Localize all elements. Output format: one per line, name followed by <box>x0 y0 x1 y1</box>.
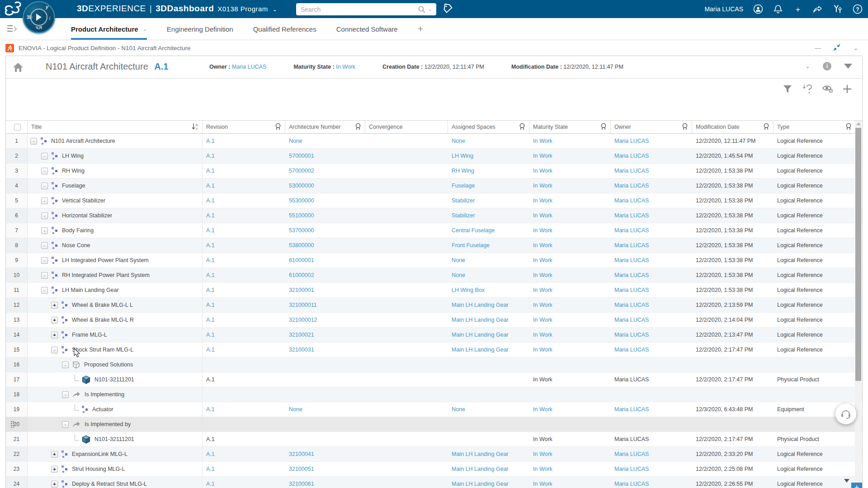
revision-cell[interactable]: A.1 <box>203 477 285 488</box>
panel-toggle-icon[interactable] <box>6 24 17 33</box>
architecture-number-cell[interactable]: 32100001 <box>285 283 365 297</box>
table-row[interactable]: 9-LH Integrated Power Plant SystemA.1610… <box>6 253 862 268</box>
owner-cell[interactable]: Maria LUCAS <box>611 238 692 253</box>
column-header-convergence[interactable]: Convergence <box>365 121 448 133</box>
revision-cell[interactable]: A.1 <box>203 402 285 417</box>
maturity-state-cell[interactable]: In Work <box>529 447 611 461</box>
home-icon[interactable] <box>12 61 24 73</box>
architecture-number-cell[interactable]: 61000002 <box>285 268 365 282</box>
table-row[interactable]: 2-LH WingA.157000001LH WingIn WorkMaria … <box>6 149 862 164</box>
maturity-link[interactable]: In Work <box>336 64 355 70</box>
owner-cell[interactable]: Maria LUCAS <box>611 298 692 312</box>
column-filter-icon[interactable] <box>682 123 688 131</box>
row-title[interactable]: Horizontal Stabilizer <box>62 212 112 219</box>
row-title[interactable]: RH Integrated Power Plant System <box>62 272 150 278</box>
owner-cell[interactable]: Maria LUCAS <box>611 164 692 178</box>
column-filter-icon[interactable] <box>275 123 281 131</box>
notifications-bell-icon[interactable] <box>773 4 783 14</box>
architecture-number-cell[interactable]: 321000011 <box>285 298 365 312</box>
column-header-architecture-number[interactable]: Architecture Number <box>285 121 365 133</box>
tab-engineering-definition[interactable]: Engineering Definition <box>167 18 233 40</box>
row-title[interactable]: Strut Housing MLG-L <box>72 466 125 472</box>
collapse-icon[interactable]: - <box>30 138 37 145</box>
revision-cell[interactable]: A.1 <box>203 208 285 223</box>
view-settings-eye-icon[interactable] <box>822 84 832 94</box>
maturity-state-cell[interactable]: In Work <box>529 283 611 297</box>
expand-icon[interactable]: + <box>51 317 58 324</box>
expand-triangle-icon[interactable] <box>844 64 852 69</box>
revision-cell[interactable]: A.1 <box>203 268 285 282</box>
row-title[interactable]: RH Wing <box>62 168 85 174</box>
brand-context[interactable]: X0138 Program <box>217 5 268 13</box>
expand-icon[interactable]: + <box>51 332 58 338</box>
compass-play-icon[interactable] <box>36 14 42 21</box>
owner-cell[interactable]: Maria LUCAS <box>611 447 692 461</box>
owner-link[interactable]: Maria LUCAS <box>232 64 266 70</box>
column-header-title[interactable]: TitleAz <box>28 121 203 133</box>
table-row[interactable]: 24+Deploy & Retract Strut MLG-LA.1321000… <box>6 477 862 488</box>
maturity-state-cell[interactable]: In Work <box>529 298 611 312</box>
expand-icon[interactable]: + <box>51 466 58 473</box>
architecture-number-cell[interactable]: 61000001 <box>285 253 365 267</box>
collapse-icon[interactable]: - <box>62 391 69 398</box>
row-title[interactable]: LH Integrated Power Plant System <box>62 257 149 263</box>
revision-cell[interactable]: A.1 <box>203 343 285 357</box>
assigned-spaces-cell[interactable]: None <box>448 402 529 417</box>
maturity-state-cell[interactable]: In Work <box>529 253 611 267</box>
revision-cell[interactable]: A.1 <box>203 328 285 342</box>
maturity-state-cell[interactable]: In Work <box>529 164 611 178</box>
owner-cell[interactable]: Maria LUCAS <box>611 134 692 148</box>
owner-cell[interactable]: Maria LUCAS <box>611 253 692 267</box>
table-row[interactable]: 22+ExpansionLink MLG-LA.132100041Main LH… <box>6 447 862 462</box>
row-title[interactable]: Is Implemented by <box>85 421 131 427</box>
tab-qualified-references[interactable]: Qualified References <box>253 18 316 40</box>
maturity-state-cell[interactable]: In Work <box>529 462 611 476</box>
table-row[interactable]: 7-Body FairingA.153700000Central Fuselag… <box>6 223 862 238</box>
row-title[interactable]: Body Fairing <box>62 227 94 234</box>
table-row[interactable]: 17N101-32111201A.1In WorkMaria LUCAS12/2… <box>6 372 862 387</box>
architecture-number-cell[interactable]: 32100021 <box>285 328 365 342</box>
column-filter-icon[interactable] <box>600 123 607 131</box>
table-row[interactable]: 3-RH WingA.157000002RH WingIn WorkMaria … <box>6 164 862 178</box>
owner-cell[interactable]: Maria LUCAS <box>611 223 692 238</box>
revision-cell[interactable]: A.1 <box>203 238 285 253</box>
column-filter-icon[interactable] <box>519 123 525 131</box>
architecture-number-cell[interactable]: 57000001 <box>285 149 365 163</box>
assigned-spaces-cell[interactable]: None <box>448 134 529 148</box>
scroll-up-arrow-icon[interactable] <box>856 122 861 125</box>
help-icon[interactable]: ? <box>853 4 863 14</box>
row-title[interactable]: N101 Aircraft Architecture <box>51 138 115 144</box>
collapse-icon[interactable]: - <box>41 242 48 249</box>
architecture-number-cell[interactable]: 32100041 <box>285 447 365 461</box>
maturity-state-cell[interactable]: In Work <box>529 268 611 282</box>
owner-cell[interactable]: Maria LUCAS <box>611 313 692 327</box>
architecture-number-cell[interactable]: 57000002 <box>285 164 365 178</box>
table-row[interactable]: 8-Nose ConeA.153800000Front FuselageIn W… <box>6 238 862 253</box>
select-all-checkbox[interactable] <box>14 124 21 131</box>
table-row[interactable]: 13+Wheel & Brake MLG-L RA.1321000012Main… <box>6 313 862 328</box>
add-row-plus-icon[interactable] <box>842 84 852 94</box>
maturity-state-cell[interactable]: In Work <box>529 238 611 253</box>
maturity-state-cell[interactable]: In Work <box>529 223 611 238</box>
context-chevron-down-icon[interactable]: ⌄ <box>273 6 278 13</box>
table-row[interactable]: 6-Horizontal StabilizerA.155100000Stabil… <box>6 208 862 223</box>
revision-cell[interactable]: A.1 <box>203 223 285 238</box>
widget-restore-icon[interactable] <box>833 44 841 52</box>
revision-cell[interactable]: A.1 <box>203 134 285 148</box>
row-title[interactable]: Proposed Solutions <box>84 361 133 368</box>
details-chevron-down-icon[interactable]: ⌄ <box>805 63 810 70</box>
owner-cell[interactable]: Maria LUCAS <box>611 343 692 357</box>
row-title[interactable]: LH Wing <box>62 153 84 159</box>
add-content-icon[interactable]: ＋ <box>793 4 803 14</box>
owner-cell[interactable]: Maria LUCAS <box>611 193 692 208</box>
maturity-state-cell[interactable]: In Work <box>529 402 611 417</box>
maturity-state-cell[interactable]: In Work <box>529 477 611 488</box>
3dcompass[interactable]: y 3D i V,R <box>23 1 55 33</box>
row-title[interactable]: Wheel & Brake MLG-L R <box>72 317 134 323</box>
owner-cell[interactable]: Maria LUCAS <box>611 149 692 163</box>
expand-icon[interactable]: + <box>51 302 58 309</box>
column-header-maturity-state[interactable]: Maturity State <box>529 121 611 133</box>
owner-cell[interactable]: Maria LUCAS <box>611 208 692 223</box>
tab-product-architecture[interactable]: Product Architecture⌄ <box>71 18 147 40</box>
assigned-spaces-cell[interactable]: LH Wing Box <box>448 283 529 297</box>
